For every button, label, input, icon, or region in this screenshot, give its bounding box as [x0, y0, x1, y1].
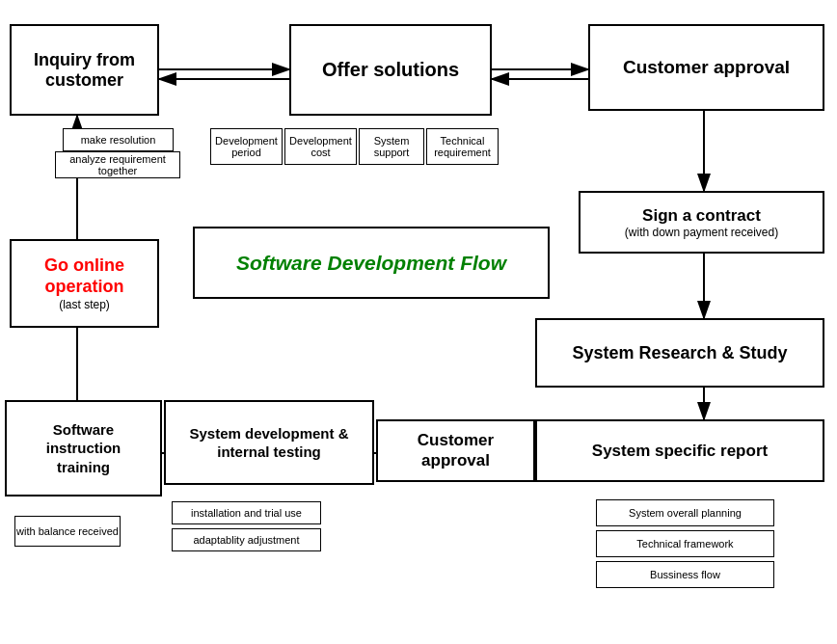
customer-approval-top-box: Customer approval: [588, 24, 824, 111]
center-label: Software Development Flow: [236, 252, 506, 275]
sign-contract-label: Sign a contract: [642, 206, 761, 226]
business-flow-box: Bussiness flow: [596, 561, 774, 588]
offer-box: Offer solutions: [289, 24, 492, 116]
development-period-box: Development period: [210, 128, 283, 165]
with-balance-box: with balance received: [14, 516, 121, 547]
business-flow-label: Bussiness flow: [650, 569, 720, 580]
system-dev-label: System development &internal testing: [189, 424, 348, 462]
center-label-box: Software Development Flow: [193, 227, 550, 299]
system-support-label: System support: [360, 135, 423, 158]
software-instruction-box: Softwareinstructiontraining: [5, 400, 162, 496]
system-specific-label: System specific report: [592, 442, 768, 461]
analyze-requirement-label: analyze requirement together: [56, 153, 179, 176]
adaptability-box: adaptablity adjustment: [172, 528, 321, 551]
installation-box: installation and trial use: [172, 501, 321, 524]
with-balance-label: with balance received: [16, 525, 119, 537]
system-planning-box: System overall planning: [596, 499, 774, 526]
go-online-box: Go onlineoperation (last step): [10, 239, 159, 328]
development-cost-label: Development cost: [285, 135, 356, 158]
technical-requirement-box: Technical requirement: [426, 128, 499, 165]
customer-approval-top-label: Customer approval: [623, 57, 790, 78]
system-dev-box: System development &internal testing: [164, 400, 374, 485]
diagram: Inquiry from customer Offer solutions Cu…: [0, 0, 837, 644]
software-instruction-label: Softwareinstructiontraining: [46, 420, 122, 477]
sign-contract-box: Sign a contract (with down payment recei…: [579, 191, 824, 254]
customer-approval-mid-box: Customerapproval: [376, 419, 535, 482]
make-resolution-label: make resolution: [81, 134, 156, 146]
make-resolution-box: make resolution: [63, 128, 174, 151]
development-period-label: Development period: [211, 135, 282, 158]
inquiry-label: Inquiry from customer: [12, 50, 157, 91]
system-research-label: System Research & Study: [572, 343, 787, 363]
analyze-requirement-box: analyze requirement together: [55, 151, 180, 178]
go-online-label: Go onlineoperation: [44, 255, 124, 297]
sign-contract-sub: (with down payment received): [625, 226, 778, 239]
offer-label: Offer solutions: [322, 59, 459, 81]
technical-requirement-label: Technical requirement: [427, 135, 498, 158]
inquiry-box: Inquiry from customer: [10, 24, 159, 116]
installation-label: installation and trial use: [191, 507, 302, 519]
system-specific-box: System specific report: [535, 419, 824, 482]
customer-approval-mid-label: Customerapproval: [418, 431, 494, 470]
technical-framework-box: Technical framework: [596, 530, 774, 557]
technical-framework-label: Technical framework: [636, 538, 733, 550]
adaptability-label: adaptablity adjustment: [193, 534, 299, 546]
system-planning-label: System overall planning: [629, 507, 742, 519]
go-online-sub: (last step): [59, 298, 110, 311]
system-support-box: System support: [359, 128, 424, 165]
development-cost-box: Development cost: [284, 128, 357, 165]
system-research-box: System Research & Study: [535, 318, 824, 388]
